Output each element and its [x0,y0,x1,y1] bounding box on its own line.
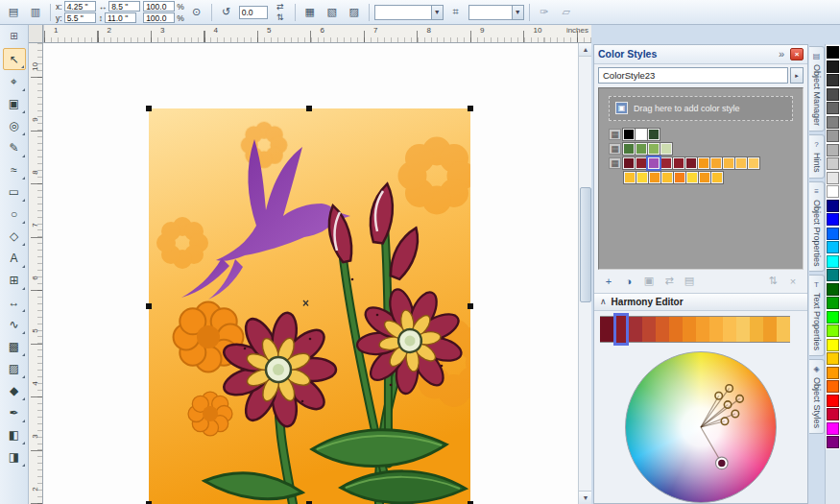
palette-swatch[interactable] [827,200,839,212]
add-color-style-icon[interactable]: + [600,273,617,290]
mirror-horizontal-button[interactable]: ⇄ [271,2,290,12]
color-swatch[interactable] [636,157,647,169]
harmony-strip-swatch[interactable] [750,316,763,343]
color-swatch[interactable] [686,172,698,183]
tab-object-styles[interactable]: ◈Object Styles [809,359,825,434]
color-swatch[interactable] [624,172,636,183]
folder-icon[interactable]: ▦ [609,157,621,169]
wheel-selector-dot[interactable] [736,396,743,402]
color-swatch[interactable] [636,129,647,140]
color-swatch[interactable] [673,157,684,169]
break-link-icon[interactable]: ▤ [681,273,698,290]
canvas[interactable]: × ▲ ▼ [43,43,591,504]
tab-hints[interactable]: ?Hints [809,134,825,179]
palette-swatch[interactable] [827,380,839,393]
harmony-strip-swatch[interactable] [656,316,669,343]
wheel-selector-dot[interactable] [732,410,738,417]
harmony-strip-swatch[interactable] [723,316,736,343]
color-swatch[interactable] [674,172,685,183]
tool-outline-pen[interactable]: ✒ [3,401,26,423]
new-harmony-icon[interactable]: ◑ [620,273,637,290]
tool-crop[interactable]: ▣ [3,92,26,114]
palette-swatch[interactable] [827,60,839,73]
color-swatch[interactable] [636,172,648,183]
tool-ellipse[interactable]: ○ [3,203,26,225]
color-swatch[interactable] [723,157,734,169]
color-swatch[interactable] [649,172,660,183]
style-name-input[interactable]: ColorStyle23 [598,67,788,84]
color-swatch[interactable] [623,157,635,169]
harmony-strip-swatch[interactable] [683,316,696,343]
wheel-selector-dot[interactable] [724,401,731,408]
palette-swatch[interactable] [827,422,839,435]
wheel-selector-dot[interactable] [715,392,722,398]
palette-swatch[interactable] [827,213,839,226]
tool-dimension[interactable]: ↔ [3,291,26,313]
selected-artwork[interactable]: × [149,108,470,504]
palette-swatch[interactable] [827,324,839,337]
tool-text[interactable]: A [3,247,26,269]
palette-swatch[interactable] [827,269,839,281]
palette-swatch[interactable] [827,352,839,365]
folder-icon[interactable]: ▦ [609,143,621,155]
color-swatch[interactable] [660,143,672,155]
tool-pick[interactable]: ↖ [3,48,26,70]
scroll-up-icon[interactable]: ▲ [579,43,591,57]
horizontal-ruler[interactable]: inches 12345678910 [43,25,591,43]
color-swatch[interactable] [699,172,710,183]
vertical-ruler[interactable]: 1098765432 [29,43,43,504]
wrap-text-icon[interactable]: ▦ [300,3,320,22]
selection-center-mark[interactable]: × [302,297,309,310]
merge-styles-icon[interactable]: ⇄ [660,273,678,290]
group-icon[interactable]: ▨ [345,3,364,22]
color-swatch[interactable] [685,157,697,169]
wheel-base-dot[interactable] [717,459,726,468]
harmony-strip-swatch[interactable] [763,316,777,343]
snap-icon[interactable]: ⌗ [446,3,466,22]
close-docker-button[interactable]: × [790,48,804,60]
tool-fill[interactable]: ◧ [3,423,26,445]
canvas-scrollbar[interactable]: ▲ ▼ [578,43,591,504]
color-swatch[interactable] [648,129,660,140]
scroll-down-icon[interactable]: ▼ [579,491,591,504]
scale-v-field[interactable]: 100.0 [143,12,175,23]
color-swatch[interactable] [710,157,722,169]
tool-rectangle[interactable]: ▭ [3,180,26,203]
page-layout-icon[interactable]: ▤ [4,3,23,22]
tool-connector[interactable]: ∿ [3,313,26,335]
palette-swatch[interactable] [827,311,839,324]
color-swatch[interactable] [748,157,759,169]
tool-polygon[interactable]: ◇ [3,225,26,247]
palette-swatch[interactable] [827,157,839,170]
palette-swatch[interactable] [827,367,839,379]
wheel-selector-dot[interactable] [726,385,732,392]
palette-swatch[interactable] [827,436,839,448]
palette-swatch[interactable] [827,102,839,114]
sort-icon[interactable]: ⇅ [764,273,781,290]
palette-swatch[interactable] [827,88,839,101]
harmony-strip-swatch[interactable] [629,316,642,343]
palette-swatch[interactable] [827,130,839,142]
edit-style-icon[interactable]: ▣ [640,273,658,290]
rotation-angle-field[interactable]: 0.0 [239,6,268,19]
palette-swatch[interactable] [827,172,839,184]
harmony-strip-swatch[interactable] [709,316,723,343]
mirror-vertical-button[interactable]: ⇅ [271,12,290,22]
harmony-strip-swatch[interactable] [600,316,613,343]
object-height-field[interactable]: 11.0 " [105,12,136,23]
palette-swatch[interactable] [827,255,839,268]
lock-ratio-icon[interactable]: ⊙ [187,3,206,22]
options-icon[interactable]: ✑ [535,3,554,22]
collapse-docker-icon[interactable]: » [776,48,787,60]
tool-interactive-fill[interactable]: ◨ [3,445,26,468]
units-dropdown[interactable]: ▼ [374,5,444,20]
object-width-field[interactable]: 8.5 " [108,1,140,12]
y-position-field[interactable]: 5.5 " [64,12,96,23]
drop-zone[interactable]: ▣ Drag here to add color style [609,96,793,121]
tool-eyedropper[interactable]: ◆ [3,379,26,401]
color-swatch[interactable] [735,157,747,169]
palette-swatch[interactable] [827,408,839,420]
tool-drop-shadow[interactable]: ▩ [3,335,26,357]
palette-swatch[interactable] [827,185,839,198]
palette-swatch[interactable] [827,297,839,309]
